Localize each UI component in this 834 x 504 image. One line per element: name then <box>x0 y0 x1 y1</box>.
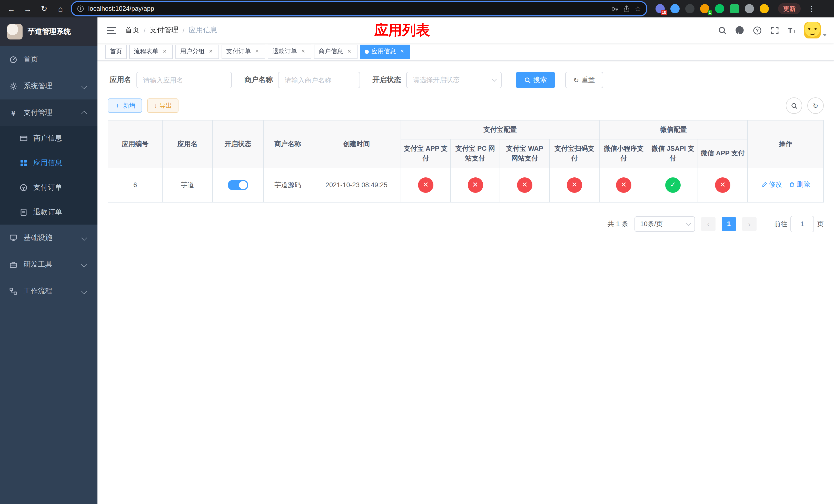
goto-page-input[interactable] <box>790 215 814 232</box>
extension-icon-6[interactable] <box>730 4 739 13</box>
extension-icon-7[interactable] <box>745 4 754 13</box>
next-page-button[interactable]: › <box>742 216 756 231</box>
group-header-wechat: 微信配置 <box>599 120 748 139</box>
cell-alipay-qr: ✕ <box>550 168 599 202</box>
sidebar-item-workflow[interactable]: 工作流程 <box>0 278 97 304</box>
svg-text:?: ? <box>755 28 758 33</box>
extension-badge-green: 1 <box>707 10 712 15</box>
add-button[interactable]: ＋ 新增 <box>108 98 142 113</box>
close-icon[interactable]: × <box>254 48 261 55</box>
app-logo[interactable]: 芋道管理系统 <box>0 18 97 46</box>
tab-app-info-active[interactable]: 应用信息× <box>360 44 410 59</box>
col-header-alipay-app: 支付宝 APP 支付 <box>401 139 451 168</box>
tab-home[interactable]: 首页 <box>105 44 127 59</box>
cell-wx-app: ✕ <box>698 168 748 202</box>
page-size-select[interactable]: 10条/页 <box>635 216 695 231</box>
tab-pay-order[interactable]: 支付订单× <box>222 44 265 59</box>
url-text[interactable]: localhost:1024/pay/app <box>88 5 607 12</box>
bookmark-star-icon[interactable]: ☆ <box>635 5 641 13</box>
prev-page-button[interactable]: ‹ <box>701 216 716 231</box>
sidebar-item-app-info[interactable]: 应用信息 <box>0 151 97 175</box>
navbar-actions: ? TT <box>717 22 834 39</box>
status-cross-icon: ✕ <box>418 177 433 192</box>
close-icon[interactable]: × <box>300 48 307 55</box>
browser-menu-icon[interactable]: ⋮ <box>808 4 815 13</box>
chevron-down-icon <box>81 235 87 241</box>
refresh-icon: ↻ <box>573 76 579 84</box>
refresh-table-button[interactable]: ↻ <box>807 97 824 114</box>
extension-icon-1[interactable]: 10 <box>656 4 665 13</box>
cell-app-name: 芋道 <box>162 168 213 202</box>
extension-icon-2[interactable] <box>671 4 680 13</box>
breadcrumb-home[interactable]: 首页 <box>125 26 139 35</box>
export-button[interactable]: ↓ 导出 <box>147 98 178 113</box>
app-title: 芋道管理系统 <box>28 27 71 37</box>
delete-link[interactable]: 删除 <box>789 180 810 189</box>
site-info-icon[interactable] <box>77 5 84 12</box>
sidebar-item-pay-order[interactable]: 支付订单 <box>0 175 97 200</box>
extension-icon-5[interactable] <box>715 4 724 13</box>
active-dot <box>365 49 369 53</box>
merchant-name-input[interactable] <box>278 72 360 88</box>
edit-link[interactable]: 修改 <box>761 180 782 189</box>
col-header-alipay-pc: 支付宝 PC 网站支付 <box>451 139 500 168</box>
page-number-1[interactable]: 1 <box>722 216 736 231</box>
toggle-search-button[interactable] <box>786 97 802 114</box>
reset-button[interactable]: ↻ 重置 <box>565 72 603 88</box>
tab-user-group[interactable]: 用户分组× <box>175 44 219 59</box>
gear-icon <box>9 82 18 90</box>
font-size-icon[interactable]: TT <box>787 25 797 36</box>
tab-refund-order[interactable]: 退款订单× <box>268 44 311 59</box>
sidebar-item-payment[interactable]: ¥ 支付管理 <box>0 99 97 126</box>
sidebar-item-dev-tools[interactable]: 研发工具 <box>0 251 97 278</box>
search-icon[interactable] <box>717 25 727 36</box>
col-header-alipay-wap: 支付宝 WAP 网站支付 <box>500 139 550 168</box>
search-button[interactable]: 搜索 <box>516 72 555 88</box>
document-icon <box>20 208 28 216</box>
goto-label: 前往 <box>774 219 787 228</box>
tab-merchant-info[interactable]: 商户信息× <box>314 44 357 59</box>
close-icon[interactable]: × <box>346 48 353 55</box>
forward-icon[interactable]: → <box>22 3 34 15</box>
cell-ops: 修改 删除 <box>748 168 824 202</box>
address-bar[interactable]: localhost:1024/pay/app ☆ <box>71 1 647 17</box>
chrome-update-button[interactable]: 更新 <box>778 3 801 14</box>
status-toggle[interactable] <box>228 180 248 190</box>
sidebar-item-home[interactable]: 首页 <box>0 46 97 73</box>
extension-icon-4[interactable]: 1 <box>700 4 709 13</box>
github-icon[interactable] <box>734 25 745 36</box>
col-header-app-name: 应用名 <box>162 120 213 168</box>
help-icon[interactable]: ? <box>752 25 762 36</box>
share-icon[interactable] <box>623 5 631 13</box>
password-key-icon[interactable] <box>611 5 619 13</box>
extension-icon-8[interactable] <box>760 4 769 13</box>
total-count: 共 1 条 <box>608 219 628 228</box>
group-header-alipay: 支付宝配置 <box>401 120 599 139</box>
extensions-area: 10 1 <box>656 4 769 13</box>
close-icon[interactable]: × <box>398 48 406 55</box>
pencil-icon <box>761 181 767 187</box>
close-icon[interactable]: × <box>161 48 168 55</box>
user-avatar-menu[interactable] <box>804 22 827 39</box>
sidebar-item-infrastructure[interactable]: 基础设施 <box>0 225 97 251</box>
sidebar-item-system[interactable]: 系统管理 <box>0 73 97 99</box>
hamburger-icon[interactable] <box>105 24 118 37</box>
sidebar-item-refund-order[interactable]: 退款订单 <box>0 200 97 225</box>
back-icon[interactable]: ← <box>5 3 18 15</box>
status-select[interactable]: 请选择开启状态 <box>406 72 502 88</box>
breadcrumb-payment[interactable]: 支付管理 <box>150 26 178 35</box>
extension-icon-3[interactable] <box>685 4 695 13</box>
sidebar-item-merchant-info[interactable]: 商户信息 <box>0 126 97 151</box>
sidebar-submenu-payment: 商户信息 应用信息 支付订单 退款订单 <box>0 126 97 225</box>
home-icon[interactable]: ⌂ <box>54 3 67 15</box>
grid-icon <box>20 159 28 167</box>
status-cross-icon: ✕ <box>616 177 631 192</box>
tab-process-form[interactable]: 流程表单× <box>129 44 173 59</box>
app-name-input[interactable] <box>136 72 232 88</box>
close-icon[interactable]: × <box>207 48 214 55</box>
search-icon <box>791 102 797 109</box>
infrastructure-icon <box>9 234 18 242</box>
fullscreen-icon[interactable] <box>769 25 780 36</box>
refresh-icon: ↻ <box>813 102 818 110</box>
reload-icon[interactable]: ↻ <box>38 3 50 15</box>
